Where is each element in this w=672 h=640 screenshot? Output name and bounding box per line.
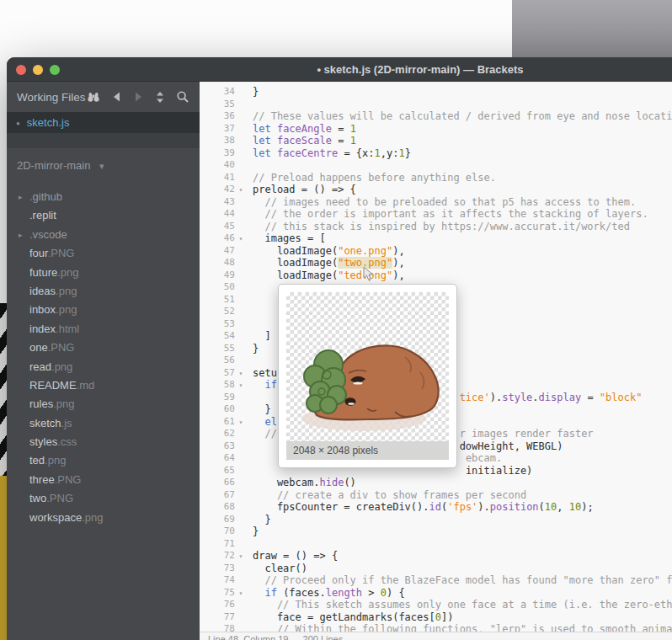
- tree-item-vscode[interactable]: ▸.vscode: [7, 226, 200, 244]
- gutter[interactable]: 36: [200, 110, 253, 123]
- gutter[interactable]: 41: [200, 172, 253, 184]
- code-line-44[interactable]: 44 // the order is important as it affec…: [200, 208, 672, 221]
- code-line-48[interactable]: 48 loadImage("two.png"),: [200, 257, 672, 269]
- code-line-42[interactable]: 42▾preload = () => {: [200, 184, 672, 196]
- forward-icon[interactable]: [133, 91, 144, 103]
- tree-item-readme[interactable]: README.md: [7, 376, 200, 395]
- code-line-38[interactable]: 38let faceScale = 1: [200, 135, 672, 147]
- search-icon[interactable]: [176, 90, 189, 104]
- gutter[interactable]: 67: [200, 489, 253, 502]
- code-line-76[interactable]: 76 // This sketch assumes only one face …: [200, 599, 672, 611]
- gutter[interactable]: 44: [200, 208, 253, 221]
- tree-item-replit[interactable]: .replit: [7, 206, 200, 225]
- gutter[interactable]: 34: [200, 86, 253, 99]
- gutter[interactable]: 58▾: [200, 379, 253, 392]
- folder-arrow-icon[interactable]: ▸: [19, 226, 23, 244]
- gutter[interactable]: 75▾: [200, 587, 253, 600]
- tree-item-ted[interactable]: ted.png: [7, 451, 200, 470]
- gutter[interactable]: 77: [200, 611, 253, 624]
- tree-item-styles[interactable]: styles.css: [7, 433, 200, 451]
- gutter[interactable]: 71: [200, 538, 253, 551]
- gutter[interactable]: 51: [200, 294, 253, 307]
- gutter[interactable]: 42▾: [200, 184, 253, 196]
- gutter[interactable]: 68: [200, 501, 253, 514]
- fold-arrow-icon[interactable]: ▾: [235, 587, 247, 600]
- code-line-75[interactable]: 75▾ if (faces.length > 0) {: [200, 587, 672, 600]
- fold-arrow-icon[interactable]: ▾: [235, 379, 247, 392]
- gutter[interactable]: 46▾: [200, 232, 253, 245]
- gutter[interactable]: 39: [200, 147, 253, 160]
- code-line-46[interactable]: 46▾ images = [: [200, 232, 672, 245]
- tree-item-workspace[interactable]: workspace.png: [7, 509, 200, 527]
- gutter[interactable]: 53: [200, 318, 253, 331]
- gutter[interactable]: 60: [200, 403, 253, 416]
- fold-arrow-icon[interactable]: ▾: [235, 184, 247, 196]
- gutter[interactable]: 35: [200, 99, 253, 111]
- gutter[interactable]: 69: [200, 514, 253, 526]
- split-sort-icon[interactable]: [155, 91, 165, 104]
- code-line-66[interactable]: 66 webcam.hide(): [200, 477, 672, 489]
- tree-item-one[interactable]: one.PNG: [7, 339, 200, 357]
- tree-item-github[interactable]: ▸.github: [7, 188, 200, 206]
- minimize-button[interactable]: [33, 65, 43, 75]
- gutter[interactable]: 70: [200, 525, 253, 538]
- gutter[interactable]: 62: [200, 428, 253, 440]
- code-line-68[interactable]: 68 fpsCounter = createDiv().id('fps').po…: [200, 501, 672, 514]
- tree-item-read[interactable]: read.png: [7, 358, 200, 376]
- code-line-74[interactable]: 74 // Proceed only if the BlazeFace mode…: [200, 574, 672, 587]
- gutter[interactable]: 65: [200, 465, 253, 477]
- code-line-71[interactable]: 71: [200, 538, 672, 551]
- tree-item-rules[interactable]: rules.png: [7, 395, 200, 413]
- gutter[interactable]: 55: [200, 343, 253, 355]
- code-line-69[interactable]: 69 }: [200, 514, 672, 526]
- folder-arrow-icon[interactable]: ▸: [19, 188, 23, 206]
- gutter[interactable]: 64: [200, 452, 253, 465]
- working-file-sketch-js[interactable]: sketch.js: [7, 112, 200, 133]
- fold-arrow-icon[interactable]: ▾: [235, 416, 247, 429]
- binoculars-icon[interactable]: [87, 90, 100, 104]
- zoom-button[interactable]: [50, 65, 60, 75]
- gutter[interactable]: 54: [200, 330, 253, 343]
- code-line-39[interactable]: 39let faceCentre = {x:1,y:1}: [200, 147, 672, 160]
- tree-item-four[interactable]: four.PNG: [7, 244, 200, 263]
- gutter[interactable]: 59: [200, 392, 253, 404]
- fold-arrow-icon[interactable]: ▾: [235, 367, 247, 380]
- gutter[interactable]: 50: [200, 281, 253, 294]
- project-dropdown[interactable]: 2D-mirror-main: [7, 159, 200, 176]
- code-line-41[interactable]: 41// Preload happens before anything els…: [200, 172, 672, 184]
- gutter[interactable]: 38: [200, 135, 253, 147]
- gutter[interactable]: 74: [200, 574, 253, 587]
- gutter[interactable]: 52: [200, 306, 253, 318]
- gutter[interactable]: 43: [200, 196, 253, 209]
- fold-arrow-icon[interactable]: ▾: [235, 232, 247, 245]
- gutter[interactable]: 57▾: [200, 367, 253, 380]
- gutter[interactable]: 76: [200, 599, 253, 611]
- gutter[interactable]: 66: [200, 477, 253, 489]
- code-line-40[interactable]: 40: [200, 159, 672, 172]
- code-line-35[interactable]: 35: [200, 99, 672, 111]
- gutter[interactable]: 61▾: [200, 416, 253, 429]
- back-icon[interactable]: [111, 91, 122, 103]
- fold-arrow-icon[interactable]: ▾: [235, 550, 247, 563]
- tree-item-sketch[interactable]: sketch.js: [7, 414, 200, 433]
- gutter[interactable]: 47: [200, 245, 253, 258]
- gutter[interactable]: 63: [200, 440, 253, 453]
- tree-item-ideas[interactable]: ideas.png: [7, 282, 200, 301]
- tree-item-index[interactable]: index.html: [7, 320, 200, 339]
- gutter[interactable]: 49: [200, 269, 253, 282]
- tree-item-inbox[interactable]: inbox.png: [7, 301, 200, 319]
- code-line-49[interactable]: 49 loadImage("ted.png"),: [200, 269, 672, 282]
- code-line-72[interactable]: 72▾draw = () => {: [200, 550, 672, 563]
- gutter[interactable]: 73: [200, 563, 253, 575]
- code-line-37[interactable]: 37let faceAngle = 1: [200, 123, 672, 136]
- tree-item-three[interactable]: three.PNG: [7, 471, 200, 489]
- gutter[interactable]: 48: [200, 257, 253, 269]
- tree-item-future[interactable]: future.png: [7, 264, 200, 282]
- code-line-47[interactable]: 47 loadImage("one.png"),: [200, 245, 672, 258]
- code-line-77[interactable]: 77 face = getLandmarks(faces[0]): [200, 611, 672, 624]
- code-line-45[interactable]: 45 // this stack is inspired by https://…: [200, 221, 672, 233]
- titlebar[interactable]: • sketch.js (2D-mirror-main) — Brackets: [7, 57, 672, 82]
- close-button[interactable]: [16, 65, 26, 75]
- code-line-70[interactable]: 70}: [200, 525, 672, 538]
- code-line-34[interactable]: 34}: [200, 86, 672, 99]
